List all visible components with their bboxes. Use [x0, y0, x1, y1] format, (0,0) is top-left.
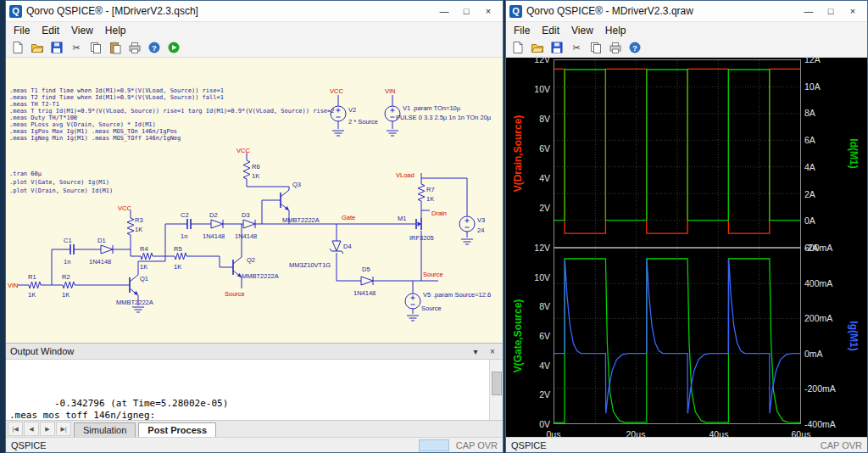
new-icon[interactable] — [9, 40, 26, 55]
window-title: Qorvo QSPICE® - [MDriverV2.3.qsch] — [26, 5, 429, 17]
minimize-button[interactable]: — — [433, 3, 455, 20]
svg-text:24: 24 — [477, 226, 484, 234]
output-close-icon[interactable]: × — [487, 347, 498, 356]
y-axis-tick-right: 200mA — [804, 313, 849, 323]
svg-text:IRF3205: IRF3205 — [409, 234, 434, 242]
svg-text:✂: ✂ — [72, 42, 80, 53]
svg-text:R3: R3 — [135, 216, 143, 224]
y-axis-tick-right: 6A — [804, 135, 849, 145]
drain-pane[interactable] — [554, 59, 801, 248]
y-axis-tick-left: 0V — [515, 419, 550, 429]
schematic-canvas[interactable]: .meas T1 find Time when Id(M1)=0.9*(V(VL… — [6, 58, 503, 343]
svg-text:.meas T1 find Time when Id(M1): .meas T1 find Time when Id(M1)=0.9*(V(VL… — [9, 87, 224, 94]
menu-bar: FileEditViewHelp — [6, 22, 503, 38]
svg-text:MMBT2222A: MMBT2222A — [282, 216, 320, 224]
output-window: Output Window ▾ × ▲ -0.342796 (at Time=5… — [6, 343, 503, 420]
tab-bar: |◀◀▶▶|SimulationPost Process — [6, 420, 503, 437]
save-icon[interactable] — [548, 40, 565, 55]
close-button[interactable]: × — [477, 3, 499, 20]
help-icon[interactable]: ? — [626, 40, 643, 55]
output-line: -0.342796 (at Time=5.28002e-05) — [9, 398, 487, 410]
svg-text:.meas PLoss avg V(Drain, Sourc: .meas PLoss avg V(Drain, Source) * Id(M1… — [9, 121, 156, 128]
x-axis-tick: 40µs — [705, 429, 732, 439]
new-icon[interactable] — [509, 40, 526, 55]
schematic-drawing: .meas T1 find Time when Id(M1)=0.9*(V(VL… — [6, 58, 503, 343]
svg-text:Q3: Q3 — [292, 181, 301, 188]
svg-text:1n: 1n — [181, 232, 187, 240]
tab-nav-3[interactable]: ▶| — [56, 422, 71, 436]
open-icon[interactable] — [529, 40, 546, 55]
status-indicator: CAP OVR — [821, 440, 862, 450]
output-log[interactable]: ▲ -0.342796 (at Time=5.28002e-05).meas m… — [6, 360, 503, 420]
minimize-button[interactable]: — — [798, 3, 820, 20]
svg-text:D4: D4 — [343, 243, 352, 250]
menu-edit[interactable]: Edit — [36, 24, 65, 37]
gate-pane[interactable] — [554, 248, 801, 424]
open-icon[interactable] — [29, 40, 46, 55]
svg-text:VCC: VCC — [236, 147, 250, 154]
y-axis-tick-right: -400mA — [804, 419, 849, 429]
menu-file[interactable]: File — [8, 24, 36, 37]
maximize-button[interactable]: □ — [820, 3, 842, 20]
print-icon[interactable] — [607, 40, 624, 55]
copy-icon[interactable] — [87, 40, 104, 55]
menu-bar: FileEditViewHelp — [506, 22, 867, 38]
svg-text:Drain: Drain — [431, 210, 447, 217]
svg-text:1n: 1n — [64, 258, 70, 266]
svg-text:1K: 1K — [252, 172, 259, 180]
x-axis-tick: 0µs — [540, 429, 567, 439]
svg-text:.meas TH T2-T1: .meas TH T2-T1 — [9, 101, 59, 108]
svg-text:R2: R2 — [62, 273, 70, 281]
svg-text:D2: D2 — [209, 211, 218, 219]
save-icon[interactable] — [48, 40, 65, 55]
svg-text:.plot V(Drain, Source) Id(M1): .plot V(Drain, Source) Id(M1) — [9, 187, 113, 194]
svg-text:D3: D3 — [242, 211, 250, 219]
run-icon[interactable] — [165, 40, 182, 55]
menu-help[interactable]: Help — [599, 24, 632, 37]
menu-edit[interactable]: Edit — [536, 24, 565, 37]
svg-text:1N4148: 1N4148 — [89, 258, 111, 266]
output-window-title: Output Window — [10, 346, 74, 356]
tab-nav-2[interactable]: ▶ — [40, 422, 55, 436]
svg-text:1N4148: 1N4148 — [235, 232, 257, 240]
scrollbar-thumb[interactable] — [492, 372, 502, 395]
tab-post-process[interactable]: Post Process — [138, 422, 216, 437]
svg-text:Gate: Gate — [342, 214, 355, 221]
svg-text:.meas IgPos Max Ig(M1) .meas: .meas IgPos Max Ig(M1) .meas MOS_TOn 146… — [9, 128, 177, 135]
paste-icon[interactable] — [107, 40, 124, 55]
menu-help[interactable]: Help — [99, 24, 132, 37]
menu-view[interactable]: View — [565, 24, 599, 37]
help-icon[interactable]: ? — [146, 40, 163, 55]
left-axis-label: V(Drain,Source) — [512, 115, 524, 193]
menu-file[interactable]: File — [508, 24, 536, 37]
y-axis-tick-left: 12V — [515, 243, 550, 253]
maximize-button[interactable]: □ — [455, 3, 477, 20]
toolbar: ✂? — [6, 38, 503, 58]
tab-simulation[interactable]: Simulation — [74, 422, 136, 437]
x-axis-tick: 20µs — [622, 429, 649, 439]
waveform-plot-area[interactable]: 12V10V8V6V4V2V12A10A8A6A4A2A0A-2AV(Drain… — [506, 58, 867, 437]
svg-text:VCC: VCC — [118, 204, 131, 212]
y-axis-tick-right: 8A — [804, 108, 849, 118]
tab-nav-0[interactable]: |◀ — [8, 422, 23, 436]
print-icon[interactable] — [126, 40, 143, 55]
y-axis-tick-left: 10V — [515, 84, 550, 94]
svg-text:.meas T trig Id(M1)=0.9*(V(VLo: .meas T trig Id(M1)=0.9*(V(VLoad, Source… — [9, 108, 335, 115]
menu-view[interactable]: View — [65, 24, 99, 37]
y-axis-tick-right: 4A — [804, 162, 849, 172]
cut-icon[interactable]: ✂ — [68, 40, 85, 55]
svg-text:.meas IgNeg Min Ig(M1) .meas: .meas IgNeg Min Ig(M1) .meas MOS_TOff 14… — [9, 135, 181, 142]
titlebar: Q Qorvo QSPICE® - [MDriverV2.3.qsch] — □… — [6, 1, 503, 22]
y-axis-tick-right: -200mA — [804, 383, 849, 394]
svg-text:.param Source=12.6: .param Source=12.6 — [433, 291, 491, 299]
copy-icon[interactable] — [587, 40, 604, 55]
tab-nav-1[interactable]: ◀ — [24, 422, 39, 436]
status-indicator: CAP OVR — [456, 440, 498, 450]
output-dock-icon[interactable]: ▾ — [470, 347, 481, 356]
svg-text:R1: R1 — [28, 273, 36, 281]
svg-text:C1: C1 — [64, 237, 72, 244]
cut-icon[interactable]: ✂ — [568, 40, 585, 55]
output-scrollbar[interactable]: ▲ — [489, 360, 503, 420]
close-button[interactable]: × — [842, 3, 864, 20]
schematic-editor-window: Q Qorvo QSPICE® - [MDriverV2.3.qsch] — □… — [5, 0, 504, 453]
